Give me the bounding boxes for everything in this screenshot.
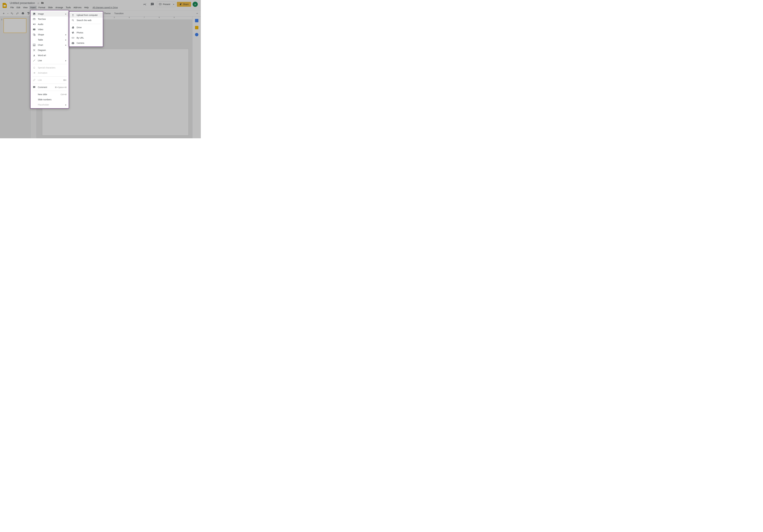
ruler-tick: 5	[107, 17, 122, 20]
new-slide-icon[interactable]	[1, 11, 6, 16]
share-button[interactable]: Share	[177, 2, 191, 7]
menu-item-label: Camera	[77, 42, 101, 44]
svg-rect-17	[34, 44, 34, 46]
image-by-url[interactable]: By URL	[69, 35, 103, 41]
shape-icon	[33, 33, 36, 36]
slide-thumbnail[interactable]	[4, 18, 26, 33]
image-photos[interactable]: Photos	[69, 30, 103, 35]
print-icon[interactable]	[21, 11, 25, 16]
submenu-arrow-icon: ▶	[65, 60, 66, 61]
menu-edit[interactable]: Edit	[15, 6, 22, 9]
menu-item-label: Upload from computer	[77, 14, 101, 16]
menu-item-label: Diagram	[38, 49, 66, 51]
insert-shape[interactable]: Shape▶	[31, 32, 69, 37]
star-icon[interactable]: ☆	[37, 2, 40, 5]
new-slide-dropdown-icon[interactable]: ▾	[7, 11, 9, 16]
image-search-the-web[interactable]: Search the web	[69, 18, 103, 23]
menu-item-label: Audio	[38, 23, 66, 26]
insert-chart[interactable]: Chart▶	[31, 43, 69, 47]
insert-word-art[interactable]: Word art	[31, 53, 69, 58]
insert-video[interactable]: Video	[31, 27, 69, 32]
transition-button[interactable]: Transition	[113, 11, 125, 16]
menu-bar: FileEditViewInsertFormatSlideArrangeTool…	[9, 6, 142, 9]
textbox-icon	[33, 18, 36, 21]
image-drive[interactable]: Drive	[69, 25, 103, 30]
move-to-folder-icon[interactable]	[41, 2, 44, 5]
svg-point-28	[72, 19, 73, 21]
menu-slide[interactable]: Slide	[47, 6, 54, 9]
menu-item-label: Drive	[77, 26, 101, 29]
upload-icon	[71, 14, 74, 17]
account-avatar[interactable]: A	[193, 2, 198, 7]
image-upload-from-computer[interactable]: Upload from computer	[69, 13, 103, 18]
line-icon	[33, 59, 36, 62]
theme-button[interactable]: Theme	[102, 11, 112, 16]
shortcut-hint: Ctrl+M	[60, 93, 66, 96]
camera-icon	[71, 42, 74, 44]
present-label: Present	[163, 3, 170, 6]
svg-rect-0	[4, 5, 6, 7]
menu-tools[interactable]: Tools	[64, 6, 72, 9]
menu-item-label: Table	[38, 39, 63, 41]
present-button[interactable]: Present	[157, 2, 172, 7]
insert-placeholder: Placeholder▶	[31, 102, 69, 107]
svg-rect-9	[33, 29, 34, 29]
svg-rect-18	[35, 45, 35, 46]
insert-new-slide[interactable]: New slideCtrl+M	[31, 92, 69, 97]
menu-item-label: Placeholder	[38, 104, 63, 106]
slide-thumbnail-panel[interactable]: 1	[0, 17, 31, 138]
insert-text-box[interactable]: Text box	[31, 17, 69, 22]
submenu-arrow-icon: ▶	[65, 34, 66, 36]
diagram-icon	[33, 49, 36, 51]
menu-help[interactable]: Help	[83, 6, 90, 9]
redo-icon[interactable]	[15, 11, 20, 16]
insert-table[interactable]: Table▶	[31, 37, 69, 43]
menu-item-label: Search the web	[77, 19, 101, 22]
menu-insert[interactable]: Insert	[29, 6, 37, 9]
document-title[interactable]: Untitled presentation	[9, 1, 36, 5]
menu-item-label: Text box	[38, 18, 66, 20]
insert-slide-numbers[interactable]: Slide numbers	[31, 97, 69, 102]
keep-addon-icon[interactable]	[195, 26, 198, 29]
insert-comment[interactable]: Comment⌘+Option+M	[31, 85, 69, 90]
slides-logo-icon[interactable]	[2, 1, 8, 9]
menu-item-label: Chart	[38, 44, 63, 46]
calendar-addon-icon[interactable]	[195, 19, 198, 22]
submenu-arrow-icon: ▶	[65, 13, 66, 15]
search-icon	[71, 19, 74, 22]
insert-menu[interactable]: Image▶Text boxAudioVideoShape▶Table▶Char…	[30, 10, 69, 109]
image-submenu[interactable]: Upload from computerSearch the webDriveP…	[69, 11, 103, 47]
shortcut-hint: ⌘+Option+M	[55, 86, 66, 88]
menu-item-label: Link	[38, 79, 61, 81]
undo-icon[interactable]	[9, 11, 14, 16]
menu-item-label: Animation	[38, 72, 66, 74]
image-camera[interactable]: Camera	[69, 41, 103, 45]
menu-format[interactable]: Format	[37, 6, 47, 9]
wordart-icon	[33, 54, 36, 57]
drive-icon	[71, 26, 74, 29]
collapse-toolbar-icon[interactable]	[195, 11, 200, 16]
menu-item-label: Video	[38, 28, 66, 31]
insert-diagram[interactable]: Diagram	[31, 47, 69, 53]
activity-icon[interactable]	[142, 1, 148, 7]
menu-view[interactable]: View	[22, 6, 29, 9]
insert-line[interactable]: Line▶	[31, 58, 69, 63]
comments-icon[interactable]	[149, 1, 155, 7]
menu-separator	[33, 91, 66, 91]
insert-image[interactable]: Image▶	[31, 11, 69, 17]
comment-icon	[33, 86, 36, 89]
ruler-tick: 6	[122, 17, 137, 20]
video-icon	[33, 28, 36, 31]
menu-item-label: Special characters	[38, 66, 66, 69]
menu-arrange[interactable]: Arrange	[54, 6, 64, 9]
tasks-addon-icon[interactable]	[195, 33, 198, 36]
omega-icon	[33, 66, 36, 69]
present-dropdown-icon[interactable]: ▾	[172, 2, 175, 7]
menu-file[interactable]: File	[9, 6, 15, 9]
insert-audio[interactable]: Audio	[31, 22, 69, 27]
slide-number: 1	[1, 18, 2, 33]
save-status[interactable]: All changes saved in Drive	[93, 6, 118, 9]
menu-add-ons[interactable]: Add-ons	[72, 6, 83, 9]
share-label: Share	[183, 3, 189, 6]
motion-icon	[33, 71, 36, 74]
